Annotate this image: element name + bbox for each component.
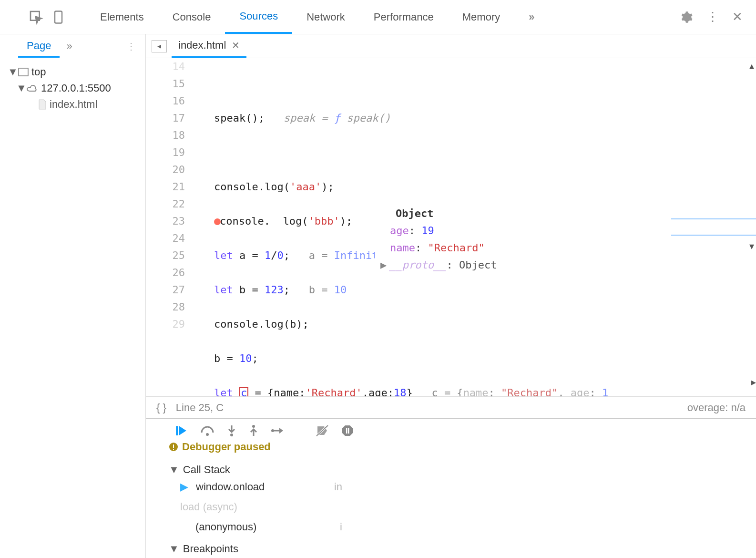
line-gutter[interactable]: 14 151617181920212223242526272829 <box>146 58 189 396</box>
step-over-icon[interactable] <box>200 425 215 436</box>
devtools-toolbar: Elements Console Sources Network Perform… <box>0 0 756 34</box>
navigator-menu-icon[interactable]: ⋮ <box>126 41 136 52</box>
scroll-up-icon[interactable]: ▴ <box>749 60 754 72</box>
tabs-overflow-icon[interactable]: » <box>514 0 549 34</box>
debugger-paused-label: Debugger paused <box>182 441 271 453</box>
breakpoints-header[interactable]: ▼ Breakpoints <box>169 543 733 555</box>
coverage-label: overage: n/a <box>687 402 746 414</box>
pause-on-exceptions-icon[interactable] <box>341 424 354 437</box>
tab-memory[interactable]: Memory <box>448 0 514 34</box>
stack-frame[interactable]: ▶ window.onload in <box>169 476 733 498</box>
chevron-right-icon: ▶ <box>380 259 387 271</box>
tree-top-label: top <box>31 66 46 78</box>
call-stack-section: ▼ Call Stack ▶ window.onload in load (as… <box>146 459 756 541</box>
tab-performance[interactable]: Performance <box>359 0 448 34</box>
editor-panel: ◂ index.html ✕ ▴ ▾ 14 151617181920212223… <box>146 34 756 558</box>
navigator-panel: Page » ⋮ ▼ top ▼ 127.0.0.1:5500 index.ht… <box>0 34 146 558</box>
tree-host[interactable]: ▼ 127.0.0.1:5500 <box>4 80 142 96</box>
tree-top-frame[interactable]: ▼ top <box>4 64 142 80</box>
cursor-position: Line 25, C <box>176 402 224 414</box>
tooltip-underline <box>671 235 756 236</box>
current-frame-icon: ▶ <box>180 481 188 493</box>
execution-point-icon <box>214 218 221 225</box>
chevron-down-icon: ▼ <box>8 66 15 78</box>
debugger-panel: Debugger paused ▼ Call Stack ▶ window.on… <box>146 418 756 558</box>
pretty-print-icon[interactable]: { } <box>156 402 166 414</box>
tooltip-proto-row[interactable]: ▶__proto__: Object <box>378 257 497 274</box>
navigator-tab-page[interactable]: Page <box>18 35 60 58</box>
svg-rect-12 <box>348 428 349 434</box>
chevron-down-icon: ▼ <box>169 543 179 555</box>
step-into-icon[interactable] <box>227 424 236 437</box>
svg-point-6 <box>230 434 233 436</box>
tab-elements[interactable]: Elements <box>86 0 158 34</box>
svg-rect-1 <box>55 11 62 23</box>
tree-file-indexhtml[interactable]: index.html <box>4 96 142 113</box>
file-tab-label: index.html <box>178 39 226 52</box>
settings-icon[interactable] <box>680 10 693 24</box>
editor-status-bar: { } Line 25, C overage: n/a <box>146 396 756 418</box>
panel-tabs: Elements Console Sources Network Perform… <box>86 0 549 34</box>
breakpoints-section: ▼ Breakpoints <box>146 541 756 558</box>
chevron-down-icon: ▼ <box>16 82 24 94</box>
tooltip-underline <box>671 218 756 219</box>
device-toolbar-icon[interactable] <box>52 10 67 25</box>
step-out-icon[interactable] <box>249 424 258 437</box>
svg-point-5 <box>206 433 209 436</box>
tooltip-header: Object <box>378 205 497 222</box>
file-tree: ▼ top ▼ 127.0.0.1:5500 index.html <box>0 58 145 118</box>
stack-frame[interactable]: (anonymous) i <box>169 516 733 538</box>
svg-rect-15 <box>173 449 174 450</box>
tab-network[interactable]: Network <box>292 0 359 34</box>
step-icon[interactable] <box>271 426 285 435</box>
svg-rect-14 <box>173 444 174 448</box>
inspect-element-icon[interactable] <box>29 10 44 25</box>
deactivate-breakpoints-icon[interactable] <box>316 424 329 437</box>
code-editor[interactable]: ▴ ▾ 14 151617181920212223242526272829 sp… <box>146 58 756 396</box>
toggle-navigator-icon[interactable]: ◂ <box>152 40 167 52</box>
call-stack-header[interactable]: ▼ Call Stack <box>169 464 733 476</box>
kebab-menu-icon[interactable]: ⋮ <box>706 10 719 24</box>
info-icon <box>169 442 178 452</box>
svg-point-7 <box>252 425 255 428</box>
chevron-down-icon: ▼ <box>169 464 179 476</box>
resume-script-icon[interactable] <box>174 424 188 437</box>
tree-file-label: index.html <box>50 98 97 111</box>
close-tab-icon[interactable]: ✕ <box>232 40 240 51</box>
svg-rect-4 <box>176 426 178 435</box>
value-tooltip: Object age: 19 name: "Rechard" ▶__proto_… <box>375 205 497 274</box>
file-tab-indexhtml[interactable]: index.html ✕ <box>172 34 246 58</box>
scroll-right-icon[interactable]: ▸ <box>751 376 756 388</box>
tab-console[interactable]: Console <box>158 0 225 34</box>
stack-async-divider: load (async) <box>169 501 733 513</box>
tree-host-label: 127.0.0.1:5500 <box>41 82 111 94</box>
close-devtools-icon[interactable]: ✕ <box>732 10 743 24</box>
tab-sources[interactable]: Sources <box>225 0 292 34</box>
navigator-tabs-overflow-icon[interactable]: » <box>66 40 72 52</box>
svg-rect-11 <box>346 428 347 434</box>
scroll-down-icon[interactable]: ▾ <box>749 240 754 252</box>
svg-rect-3 <box>19 68 28 76</box>
svg-point-8 <box>271 429 274 432</box>
